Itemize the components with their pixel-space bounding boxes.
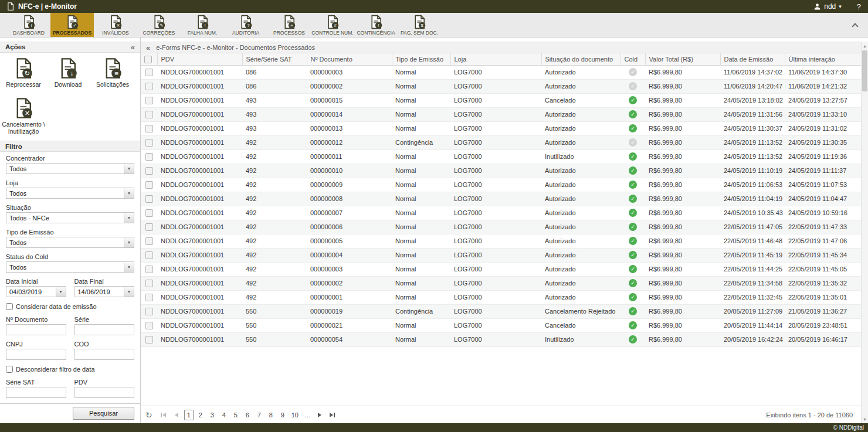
- row-checkbox[interactable]: [145, 308, 153, 315]
- row-checkbox[interactable]: [145, 209, 153, 217]
- table-row[interactable]: NDDLOG7000001001 493 000000015 Normal LO…: [141, 93, 861, 107]
- column-header[interactable]: PDV: [157, 53, 242, 65]
- chevron-down-icon[interactable]: ▼: [124, 262, 134, 272]
- ribbon-item-pag-sem-doc-[interactable]: $ PAG. SEM DOC.: [398, 13, 441, 37]
- page-button[interactable]: 1: [184, 410, 194, 420]
- collapse-ribbon-icon[interactable]: [852, 23, 858, 29]
- num-documento-input[interactable]: [6, 324, 66, 335]
- page-button[interactable]: 4: [219, 410, 229, 420]
- row-checkbox[interactable]: [145, 251, 153, 259]
- row-checkbox[interactable]: [145, 83, 153, 90]
- page-button[interactable]: 7: [255, 410, 264, 420]
- row-checkbox[interactable]: [145, 195, 153, 203]
- prev-page-button[interactable]: [171, 410, 182, 420]
- scrollbar-thumb[interactable]: [862, 50, 867, 91]
- table-row[interactable]: NDDLOG7000001001 492 000000005 Normal LO…: [141, 234, 861, 248]
- table-row[interactable]: NDDLOG7000001001 493 000000013 Normal LO…: [141, 121, 861, 135]
- row-checkbox[interactable]: [145, 139, 153, 147]
- coo-input[interactable]: [74, 349, 135, 360]
- column-header[interactable]: Última interação: [785, 53, 861, 65]
- vertical-scrollbar[interactable]: ▲ ▼: [861, 42, 868, 423]
- table-row[interactable]: NDDLOG7000001001 086 000000003 Normal LO…: [141, 65, 861, 79]
- table-row[interactable]: NDDLOG7000001001 492 000000011 Normal LO…: [141, 149, 861, 164]
- table-row[interactable]: NDDLOG7000001001 550 000000021 Normal LO…: [141, 318, 861, 332]
- chevron-down-icon[interactable]: ▼: [124, 287, 134, 297]
- column-header[interactable]: Situação do documento: [541, 53, 621, 65]
- page-button[interactable]: 9: [278, 410, 287, 420]
- desconsiderar-data-checkbox[interactable]: [6, 366, 13, 373]
- table-row[interactable]: NDDLOG7000001001 492 000000001 Normal LO…: [141, 290, 861, 304]
- row-checkbox[interactable]: [145, 167, 153, 175]
- ribbon-item-processados[interactable]: ✓ PROCESSADOS: [50, 13, 94, 37]
- refresh-icon[interactable]: ↻: [145, 410, 152, 420]
- scroll-up-icon[interactable]: ▲: [862, 42, 868, 49]
- row-checkbox[interactable]: [145, 69, 153, 76]
- row-checkbox[interactable]: [145, 181, 153, 189]
- table-row[interactable]: NDDLOG7000001001 492 000000008 Normal LO…: [141, 192, 861, 206]
- chevron-down-icon[interactable]: ▼: [124, 164, 134, 174]
- page-button[interactable]: 5: [231, 410, 240, 420]
- row-checkbox[interactable]: [145, 223, 153, 231]
- table-row[interactable]: NDDLOG7000001001 492 000000009 Normal LO…: [141, 178, 861, 192]
- collapse-panel-icon[interactable]: «: [146, 43, 150, 52]
- scroll-down-icon[interactable]: ▼: [862, 416, 868, 423]
- pdv-input[interactable]: [74, 387, 135, 398]
- ribbon-item-falha-num-[interactable]: ! FALHA NUM.: [181, 13, 224, 37]
- column-header[interactable]: Data de Emissão: [720, 53, 785, 65]
- data-inicial-picker[interactable]: 04/03/2019 ▼: [6, 286, 66, 297]
- column-header[interactable]: Loja: [450, 53, 541, 65]
- select-all-checkbox[interactable]: [144, 56, 152, 63]
- row-checkbox[interactable]: [145, 125, 153, 132]
- help-button[interactable]: ?: [857, 2, 861, 11]
- page-button[interactable]: 10: [290, 410, 300, 420]
- next-page-button[interactable]: [314, 410, 325, 420]
- filter-select[interactable]: Todos ▼: [6, 237, 134, 248]
- column-header[interactable]: Série/Série SAT: [242, 53, 307, 65]
- column-header[interactable]: Cold: [621, 53, 645, 65]
- table-row[interactable]: NDDLOG7000001001 492 000000004 Normal LO…: [141, 248, 861, 262]
- table-row[interactable]: NDDLOG7000001001 492 000000003 Normal LO…: [141, 262, 861, 276]
- table-row[interactable]: NDDLOG7000001001 550 000000019 Contingên…: [141, 304, 861, 318]
- row-checkbox[interactable]: [145, 153, 153, 161]
- ribbon-item-corre-es[interactable]: ✎ CORREÇÕES: [137, 13, 181, 37]
- table-row[interactable]: NDDLOG7000001001 550 000000054 Normal LO…: [141, 332, 861, 346]
- page-button[interactable]: 3: [208, 410, 217, 420]
- row-checkbox[interactable]: [145, 266, 153, 273]
- row-checkbox[interactable]: [145, 336, 153, 343]
- table-row[interactable]: NDDLOG7000001001 492 000000002 Normal LO…: [141, 276, 861, 290]
- action-cancelamento-inutiliza-o[interactable]: ✕ Cancelamento \ Inutilização: [1, 97, 46, 135]
- ribbon-item-controle-num-[interactable]: # CONTROLE NUM.: [311, 13, 354, 37]
- data-final-picker[interactable]: 14/06/2019 ▼: [74, 286, 135, 297]
- filter-select[interactable]: Todos ▼: [6, 188, 134, 199]
- cnpj-input[interactable]: [6, 349, 66, 360]
- pesquisar-button[interactable]: Pesquisar: [73, 407, 134, 420]
- row-checkbox[interactable]: [145, 111, 153, 118]
- user-menu[interactable]: ndd ▾: [813, 2, 842, 11]
- chevron-down-icon[interactable]: ▼: [124, 188, 134, 198]
- first-page-button[interactable]: [158, 410, 169, 420]
- page-button[interactable]: 2: [196, 410, 205, 420]
- serie-input[interactable]: [74, 324, 135, 335]
- collapse-sidebar-icon[interactable]: «: [131, 43, 135, 52]
- action-reprocessar[interactable]: ↻ Reprocessar: [1, 57, 46, 88]
- chevron-down-icon[interactable]: ▼: [124, 213, 134, 223]
- table-row[interactable]: NDDLOG7000001001 492 000000012 Contingên…: [141, 135, 861, 149]
- column-header[interactable]: Tipo de Emissão: [392, 53, 450, 65]
- ribbon-item-auditoria[interactable]: ? AUDITORIA: [224, 13, 267, 37]
- row-checkbox[interactable]: [145, 294, 153, 301]
- row-checkbox[interactable]: [145, 322, 153, 329]
- ribbon-item-dashboard[interactable]: i DASHBOARD: [7, 13, 50, 37]
- chevron-down-icon[interactable]: ▼: [124, 237, 134, 247]
- page-button[interactable]: 6: [243, 410, 252, 420]
- row-checkbox[interactable]: [145, 280, 153, 287]
- table-row[interactable]: NDDLOG7000001001 492 000000006 Normal LO…: [141, 220, 861, 234]
- ribbon-item-conting-ncia[interactable]: ! CONTINGÊNCIA: [354, 13, 398, 37]
- filter-select[interactable]: Todos ▼: [6, 261, 134, 273]
- action-download[interactable]: ↓ Download: [46, 57, 90, 88]
- serie-sat-input[interactable]: [6, 387, 66, 398]
- column-header[interactable]: Valor Total (R$): [645, 53, 720, 65]
- page-button[interactable]: 8: [266, 410, 276, 420]
- table-row[interactable]: NDDLOG7000001001 492 000000007 Normal LO…: [141, 206, 861, 220]
- row-checkbox[interactable]: [145, 97, 153, 104]
- table-row[interactable]: NDDLOG7000001001 492 000000010 Normal LO…: [141, 164, 861, 178]
